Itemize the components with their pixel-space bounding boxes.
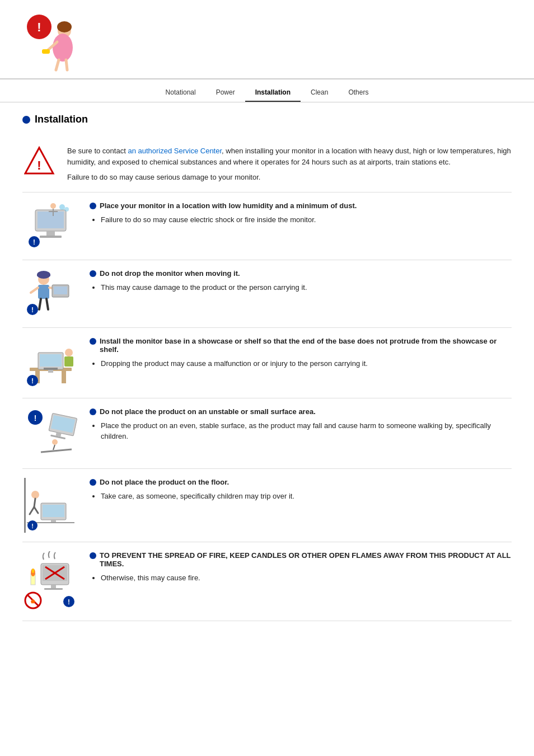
svg-point-19: [50, 203, 56, 209]
svg-point-41: [65, 349, 73, 356]
section-title-row: Installation: [22, 114, 512, 125]
item-4-bullet-1: Place the product on an even, stable sur…: [101, 420, 512, 442]
item-1-bullets: Failure to do so may cause electric shoc…: [90, 214, 512, 226]
item-5-line: [24, 478, 26, 533]
svg-line-61: [34, 507, 38, 513]
svg-line-8: [66, 60, 67, 70]
item-3-title-text: Install the monitor base in a showcase o…: [100, 337, 512, 354]
item-6-illus-wrap: !: [24, 551, 77, 612]
item-3-svg: !: [24, 337, 77, 387]
header-illustration: !: [22, 11, 84, 73]
item-4-dot: [90, 408, 96, 415]
svg-point-15: [59, 204, 65, 210]
main-content: Installation ! Be sure to contact an aut…: [0, 102, 534, 632]
svg-point-52: [52, 439, 58, 445]
item-6-title-text: TO PREVENT THE SPREAD OF FIRE, KEEP CAND…: [100, 551, 512, 568]
tab-clean[interactable]: Clean: [301, 84, 338, 102]
svg-text:!: !: [37, 158, 41, 172]
safety-item-1: ! Place your monitor in a location with …: [22, 192, 512, 260]
safety-item-6: ! TO PREVENT THE SPREAD OF FIRE, KEEP CA…: [22, 542, 512, 621]
item-1-bullet-1: Failure to do so may cause electric shoc…: [101, 214, 512, 226]
safety-item-2: ! Do not drop the monitor when moving it…: [22, 260, 512, 328]
item-3-illus-wrap: !: [24, 337, 77, 389]
item-4-title-text: Do not place the product on an unstable …: [100, 407, 316, 416]
svg-rect-36: [62, 371, 66, 383]
svg-point-58: [31, 491, 39, 499]
svg-rect-72: [44, 588, 63, 590]
svg-text:!: !: [31, 523, 34, 529]
service-center-link[interactable]: an authorized Service Center: [128, 147, 222, 155]
warning-box: ! Be sure to contact an authorized Servi…: [22, 137, 512, 192]
item-6-svg: !: [24, 551, 77, 610]
tab-power[interactable]: Power: [206, 84, 245, 102]
item-5-illus-wrap: !: [24, 478, 77, 533]
item-6-image: !: [22, 551, 78, 612]
svg-rect-13: [46, 231, 55, 236]
safety-item-3: ! Install the monitor base in a showcase…: [22, 328, 512, 398]
item-5-bullets: Take care, as someone, specifically chil…: [90, 491, 512, 502]
item-3-title: Install the monitor base in a showcase o…: [90, 337, 512, 354]
item-5-image: !: [22, 478, 78, 533]
item-5-title-text: Do not place the product on the floor.: [100, 478, 229, 486]
item-2-title-text: Do not drop the monitor when moving it.: [100, 269, 240, 278]
item-5-content: Do not place the product on the floor. T…: [90, 478, 512, 504]
svg-point-66: [32, 569, 34, 573]
item-5-bullet-1: Take care, as someone, specifically chil…: [101, 491, 512, 502]
item-6-bullets: Otherwise, this may cause fire.: [90, 572, 512, 584]
item-4-bullets: Place the product on an even, stable sur…: [90, 420, 512, 442]
section-title-icon: [22, 116, 30, 124]
tab-others[interactable]: Others: [338, 84, 378, 102]
item-4-content: Do not place the product on an unstable …: [90, 407, 512, 444]
item-2-svg: !: [24, 269, 77, 317]
svg-rect-71: [51, 585, 56, 588]
svg-text:!: !: [37, 20, 41, 34]
item-6-dot: [90, 552, 96, 559]
svg-text:!: !: [31, 377, 34, 385]
item-4-illus-wrap: !: [24, 407, 77, 459]
item-4-image: !: [22, 407, 78, 459]
svg-line-59: [34, 499, 35, 507]
item-1-content: Place your monitor in a location with lo…: [90, 201, 512, 228]
svg-text:!: !: [31, 306, 34, 314]
item-2-bullet-1: This may cause damage to the product or …: [101, 282, 512, 293]
item-3-content: Install the monitor base in a showcase o…: [90, 337, 512, 372]
tab-notational[interactable]: Notational: [156, 84, 206, 102]
item-2-illus-wrap: !: [24, 269, 77, 318]
item-1-title: Place your monitor in a location with lo…: [90, 201, 512, 210]
header-divider: [0, 79, 534, 79]
item-1-svg: !: [24, 201, 77, 249]
item-1-illus-wrap: !: [24, 201, 77, 251]
item-4-title: Do not place the product on an unstable …: [90, 407, 512, 416]
item-6-title: TO PREVENT THE SPREAD OF FIRE, KEEP CAND…: [90, 551, 512, 568]
item-5-svg: !: [24, 478, 77, 531]
item-2-content: Do not drop the monitor when moving it. …: [90, 269, 512, 295]
svg-line-26: [31, 288, 38, 293]
svg-rect-42: [64, 356, 73, 367]
safety-item-5: ! Do not place the product on the floor.…: [22, 469, 512, 542]
svg-rect-40: [44, 368, 58, 370]
item-2-image: !: [22, 269, 78, 318]
item-5-title: Do not place the product on the floor.: [90, 478, 512, 486]
svg-line-31: [46, 299, 48, 309]
item-2-bullets: This may cause damage to the product or …: [90, 282, 512, 293]
svg-line-7: [56, 60, 59, 70]
item-1-dot: [90, 203, 96, 209]
svg-line-30: [39, 299, 41, 309]
safety-item-4: ! Do not p: [22, 398, 512, 469]
svg-rect-14: [40, 236, 62, 238]
svg-rect-38: [40, 354, 62, 367]
svg-line-51: [41, 449, 72, 452]
svg-line-53: [53, 445, 55, 450]
tab-installation[interactable]: Installation: [245, 84, 301, 102]
svg-text:!: !: [68, 598, 70, 606]
warning-text: Be sure to contact an authorized Service…: [67, 145, 512, 167]
item-1-title-text: Place your monitor in a location with lo…: [100, 201, 357, 210]
svg-rect-12: [38, 212, 64, 228]
item-4-svg: !: [24, 407, 77, 458]
svg-rect-29: [54, 287, 67, 294]
warning-triangle-icon: !: [22, 145, 56, 176]
svg-text:!: !: [34, 414, 36, 422]
item-6-content: TO PREVENT THE SPREAD OF FIRE, KEEP CAND…: [90, 551, 512, 586]
failure-text: Failure to do so may cause serious damag…: [67, 172, 512, 183]
header-section: !: [0, 0, 534, 79]
